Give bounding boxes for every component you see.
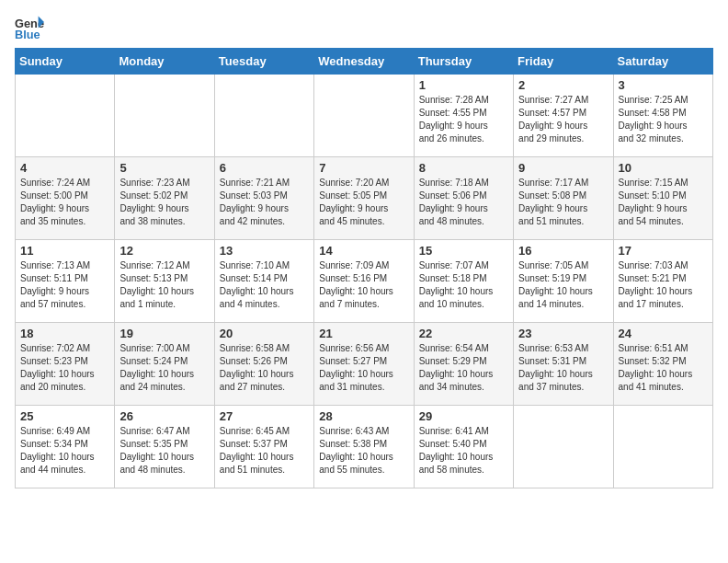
day-number: 16 [518, 244, 608, 258]
day-number: 23 [518, 327, 608, 340]
calendar-cell: 7Sunrise: 7:20 AM Sunset: 5:05 PM Daylig… [314, 157, 414, 240]
calendar-cell: 29Sunrise: 6:41 AM Sunset: 5:40 PM Dayli… [414, 406, 513, 488]
day-number: 24 [619, 327, 708, 340]
day-number: 8 [419, 161, 508, 175]
day-number: 17 [619, 244, 708, 258]
cell-info: Sunrise: 7:02 AM Sunset: 5:23 PM Dayligh… [20, 342, 109, 394]
day-number: 27 [220, 409, 309, 423]
weekday-header-saturday: Saturday [613, 49, 712, 75]
calendar-table: SundayMondayTuesdayWednesdayThursdayFrid… [15, 48, 713, 488]
day-number: 28 [319, 409, 408, 423]
day-number: 5 [119, 161, 209, 175]
weekday-header-wednesday: Wednesday [314, 49, 414, 75]
calendar-cell [16, 75, 115, 157]
day-number: 13 [220, 244, 309, 258]
day-number: 25 [20, 409, 109, 423]
cell-info: Sunrise: 7:03 AM Sunset: 5:21 PM Dayligh… [619, 259, 708, 311]
calendar-cell: 1Sunrise: 7:28 AM Sunset: 4:55 PM Daylig… [414, 75, 513, 157]
calendar-week-row: 11Sunrise: 7:13 AM Sunset: 5:11 PM Dayli… [16, 240, 713, 323]
day-number: 11 [20, 244, 109, 258]
weekday-header-thursday: Thursday [414, 49, 513, 75]
cell-info: Sunrise: 7:17 AM Sunset: 5:08 PM Dayligh… [518, 177, 608, 228]
day-number: 4 [20, 161, 109, 175]
day-number: 22 [419, 327, 508, 340]
calendar-cell: 18Sunrise: 7:02 AM Sunset: 5:23 PM Dayli… [16, 323, 115, 406]
cell-info: Sunrise: 7:25 AM Sunset: 4:58 PM Dayligh… [619, 94, 708, 145]
calendar-cell [314, 75, 414, 157]
cell-info: Sunrise: 7:13 AM Sunset: 5:11 PM Dayligh… [20, 259, 109, 311]
page-header: General Blue [15, 15, 713, 40]
day-number: 26 [119, 409, 209, 423]
calendar-week-row: 1Sunrise: 7:28 AM Sunset: 4:55 PM Daylig… [16, 75, 713, 157]
day-number: 10 [619, 161, 708, 175]
calendar-cell [514, 406, 613, 488]
cell-info: Sunrise: 6:41 AM Sunset: 5:40 PM Dayligh… [419, 425, 508, 477]
day-number: 3 [619, 78, 708, 92]
calendar-cell [613, 406, 712, 488]
calendar-cell: 9Sunrise: 7:17 AM Sunset: 5:08 PM Daylig… [514, 157, 613, 240]
day-number: 7 [319, 161, 408, 175]
calendar-cell: 14Sunrise: 7:09 AM Sunset: 5:16 PM Dayli… [314, 240, 414, 323]
cell-info: Sunrise: 7:15 AM Sunset: 5:10 PM Dayligh… [619, 177, 708, 228]
calendar-cell: 2Sunrise: 7:27 AM Sunset: 4:57 PM Daylig… [514, 75, 613, 157]
calendar-cell: 8Sunrise: 7:18 AM Sunset: 5:06 PM Daylig… [414, 157, 513, 240]
calendar-cell: 25Sunrise: 6:49 AM Sunset: 5:34 PM Dayli… [16, 406, 115, 488]
calendar-cell: 23Sunrise: 6:53 AM Sunset: 5:31 PM Dayli… [514, 323, 613, 406]
logo-icon: General Blue [15, 15, 44, 40]
day-number: 1 [419, 78, 508, 92]
calendar-cell: 13Sunrise: 7:10 AM Sunset: 5:14 PM Dayli… [214, 240, 313, 323]
day-number: 14 [319, 244, 408, 258]
day-number: 20 [220, 327, 309, 340]
day-number: 29 [419, 409, 508, 423]
calendar-cell: 12Sunrise: 7:12 AM Sunset: 5:13 PM Dayli… [115, 240, 214, 323]
day-number: 18 [20, 327, 109, 340]
calendar-cell: 5Sunrise: 7:23 AM Sunset: 5:02 PM Daylig… [115, 157, 214, 240]
cell-info: Sunrise: 6:51 AM Sunset: 5:32 PM Dayligh… [619, 342, 708, 394]
calendar-cell [214, 75, 313, 157]
calendar-week-row: 4Sunrise: 7:24 AM Sunset: 5:00 PM Daylig… [16, 157, 713, 240]
svg-text:Blue: Blue [15, 28, 40, 40]
cell-info: Sunrise: 6:49 AM Sunset: 5:34 PM Dayligh… [20, 425, 109, 477]
calendar-cell: 15Sunrise: 7:07 AM Sunset: 5:18 PM Dayli… [414, 240, 513, 323]
calendar-cell: 28Sunrise: 6:43 AM Sunset: 5:38 PM Dayli… [314, 406, 414, 488]
calendar-cell: 21Sunrise: 6:56 AM Sunset: 5:27 PM Dayli… [314, 323, 414, 406]
cell-info: Sunrise: 7:05 AM Sunset: 5:19 PM Dayligh… [518, 259, 608, 311]
calendar-cell: 6Sunrise: 7:21 AM Sunset: 5:03 PM Daylig… [214, 157, 313, 240]
cell-info: Sunrise: 7:21 AM Sunset: 5:03 PM Dayligh… [220, 177, 309, 228]
calendar-cell: 20Sunrise: 6:58 AM Sunset: 5:26 PM Dayli… [214, 323, 313, 406]
day-number: 19 [119, 327, 209, 340]
cell-info: Sunrise: 7:24 AM Sunset: 5:00 PM Dayligh… [20, 177, 109, 228]
calendar-cell: 11Sunrise: 7:13 AM Sunset: 5:11 PM Dayli… [16, 240, 115, 323]
calendar-cell: 10Sunrise: 7:15 AM Sunset: 5:10 PM Dayli… [613, 157, 712, 240]
weekday-header-row: SundayMondayTuesdayWednesdayThursdayFrid… [16, 49, 713, 75]
weekday-header-tuesday: Tuesday [214, 49, 313, 75]
calendar-cell: 17Sunrise: 7:03 AM Sunset: 5:21 PM Dayli… [613, 240, 712, 323]
day-number: 2 [518, 78, 608, 92]
cell-info: Sunrise: 6:47 AM Sunset: 5:35 PM Dayligh… [119, 425, 209, 477]
cell-info: Sunrise: 6:53 AM Sunset: 5:31 PM Dayligh… [518, 342, 608, 394]
cell-info: Sunrise: 7:12 AM Sunset: 5:13 PM Dayligh… [119, 259, 209, 311]
cell-info: Sunrise: 6:58 AM Sunset: 5:26 PM Dayligh… [220, 342, 309, 394]
calendar-cell: 19Sunrise: 7:00 AM Sunset: 5:24 PM Dayli… [115, 323, 214, 406]
calendar-cell: 3Sunrise: 7:25 AM Sunset: 4:58 PM Daylig… [613, 75, 712, 157]
cell-info: Sunrise: 7:00 AM Sunset: 5:24 PM Dayligh… [119, 342, 209, 394]
cell-info: Sunrise: 6:45 AM Sunset: 5:37 PM Dayligh… [220, 425, 309, 477]
calendar-cell: 22Sunrise: 6:54 AM Sunset: 5:29 PM Dayli… [414, 323, 513, 406]
day-number: 12 [119, 244, 209, 258]
cell-info: Sunrise: 6:54 AM Sunset: 5:29 PM Dayligh… [419, 342, 508, 394]
calendar-week-row: 25Sunrise: 6:49 AM Sunset: 5:34 PM Dayli… [16, 406, 713, 488]
cell-info: Sunrise: 7:27 AM Sunset: 4:57 PM Dayligh… [518, 94, 608, 145]
day-number: 15 [419, 244, 508, 258]
cell-info: Sunrise: 6:43 AM Sunset: 5:38 PM Dayligh… [319, 425, 408, 477]
day-number: 9 [518, 161, 608, 175]
weekday-header-monday: Monday [115, 49, 214, 75]
cell-info: Sunrise: 7:28 AM Sunset: 4:55 PM Dayligh… [419, 94, 508, 145]
day-number: 6 [220, 161, 309, 175]
day-number: 21 [319, 327, 408, 340]
calendar-cell: 16Sunrise: 7:05 AM Sunset: 5:19 PM Dayli… [514, 240, 613, 323]
calendar-week-row: 18Sunrise: 7:02 AM Sunset: 5:23 PM Dayli… [16, 323, 713, 406]
cell-info: Sunrise: 7:09 AM Sunset: 5:16 PM Dayligh… [319, 259, 408, 311]
cell-info: Sunrise: 7:20 AM Sunset: 5:05 PM Dayligh… [319, 177, 408, 228]
logo: General Blue [15, 15, 44, 40]
calendar-cell: 26Sunrise: 6:47 AM Sunset: 5:35 PM Dayli… [115, 406, 214, 488]
